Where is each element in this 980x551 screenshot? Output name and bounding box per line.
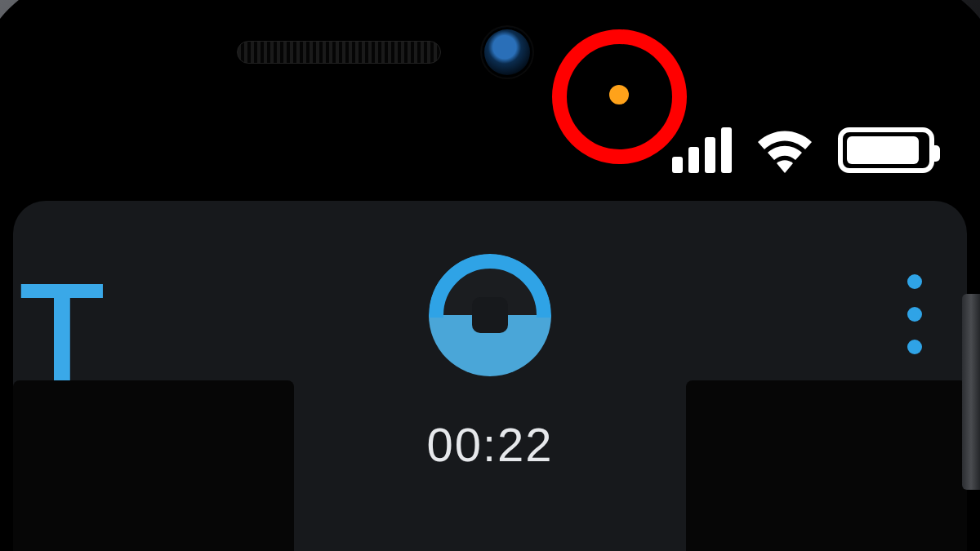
status-bar-right [672, 127, 934, 173]
phone-bezel-inner: T [0, 0, 980, 551]
right-panel [686, 380, 967, 551]
cellular-signal-icon [672, 127, 732, 173]
more-vertical-icon [907, 340, 922, 354]
phone-screen-frame: T [0, 0, 980, 551]
call-duration-timer: 00:22 [426, 417, 553, 472]
battery-fill [847, 136, 919, 164]
more-vertical-icon [907, 307, 922, 322]
app-header-row: T [13, 201, 967, 397]
phone-bezel-outer: T [0, 0, 980, 551]
earpiece-speaker [237, 41, 441, 64]
call-timer-area: 00:22 [343, 380, 637, 551]
battery-icon [838, 127, 934, 173]
contact-avatar-icon[interactable] [429, 254, 551, 376]
more-options-button[interactable] [907, 274, 922, 354]
screen: T [0, 0, 980, 551]
display-notch [212, 0, 768, 123]
front-camera-lens [482, 27, 532, 78]
app-lower-row: 00:22 [13, 380, 967, 551]
wifi-icon [755, 127, 815, 173]
phone-side-button[interactable] [962, 294, 980, 490]
left-panel [13, 380, 294, 551]
more-vertical-icon [907, 274, 922, 289]
microphone-privacy-indicator-dot [609, 85, 629, 104]
